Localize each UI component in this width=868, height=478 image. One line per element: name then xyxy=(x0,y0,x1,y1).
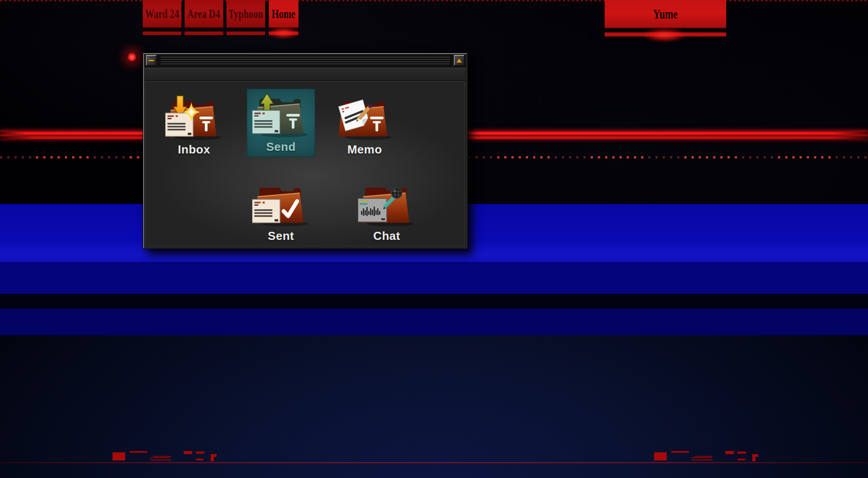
send-folder-icon xyxy=(252,92,310,139)
tab-label: Yume xyxy=(653,7,678,22)
tab-typhoon[interactable]: Typhoon xyxy=(226,0,265,28)
window-titlebar[interactable] xyxy=(145,54,466,67)
bottom-red-line xyxy=(0,462,868,463)
orb-ring-dots xyxy=(131,57,133,58)
titlebar-grip[interactable] xyxy=(161,57,450,65)
memo-folder-icon xyxy=(336,95,393,142)
window-content: Inbox xyxy=(145,81,465,246)
shade-button[interactable] xyxy=(454,55,465,66)
icon-label: Chat xyxy=(373,229,400,243)
icon-label: Sent xyxy=(268,229,294,243)
icon-label: Inbox xyxy=(178,143,210,157)
envelope-icon xyxy=(252,199,280,223)
tab-area-d4[interactable]: Area D4 xyxy=(185,0,223,28)
tab-label: Home xyxy=(272,7,295,21)
tab-yume[interactable]: Yume xyxy=(605,0,726,28)
tab-underline xyxy=(185,32,223,35)
icon-label: Send xyxy=(266,140,296,154)
screen: Ward 24 Area D4 Typhoon Home Yume xyxy=(0,0,868,478)
tab-label: Typhoon xyxy=(228,7,263,21)
mail-window: Inbox xyxy=(143,53,467,248)
tab-home[interactable]: Home xyxy=(269,0,298,28)
icon-send[interactable]: Send xyxy=(247,89,315,157)
icon-label: Memo xyxy=(347,143,382,157)
minimize-button[interactable] xyxy=(146,55,157,66)
glitch-pixels-right xyxy=(654,450,759,462)
icon-sent[interactable]: Sent xyxy=(247,178,315,246)
top-dashed-line xyxy=(0,0,868,1)
blue-band-gap xyxy=(0,294,868,309)
tab-label: Ward 24 xyxy=(145,7,179,21)
icon-memo[interactable]: Memo xyxy=(330,91,399,160)
tab-underline xyxy=(143,32,181,35)
up-triangle-icon xyxy=(457,59,462,63)
icon-inbox[interactable]: Inbox xyxy=(160,91,228,160)
home-tab-glow xyxy=(263,25,304,41)
voice-panel-icon xyxy=(358,198,387,222)
window-substrip xyxy=(145,68,466,81)
envelope-icon xyxy=(165,113,193,136)
tab-ward-24[interactable]: Ward 24 xyxy=(143,0,181,28)
blue-band-dark xyxy=(0,309,868,335)
tab-label: Area D4 xyxy=(187,7,220,21)
inbox-folder-icon xyxy=(165,95,223,142)
envelope-icon xyxy=(252,110,280,134)
sent-folder-icon xyxy=(252,181,310,228)
chat-folder-icon xyxy=(358,181,416,228)
red-orb-glow xyxy=(127,52,137,63)
icon-chat[interactable]: Chat xyxy=(353,178,421,246)
minus-icon xyxy=(149,60,154,61)
yume-tab-glow xyxy=(635,26,694,44)
glitch-pixels-left xyxy=(112,450,217,462)
tab-underline xyxy=(226,32,265,35)
blue-band-mid xyxy=(0,262,868,294)
